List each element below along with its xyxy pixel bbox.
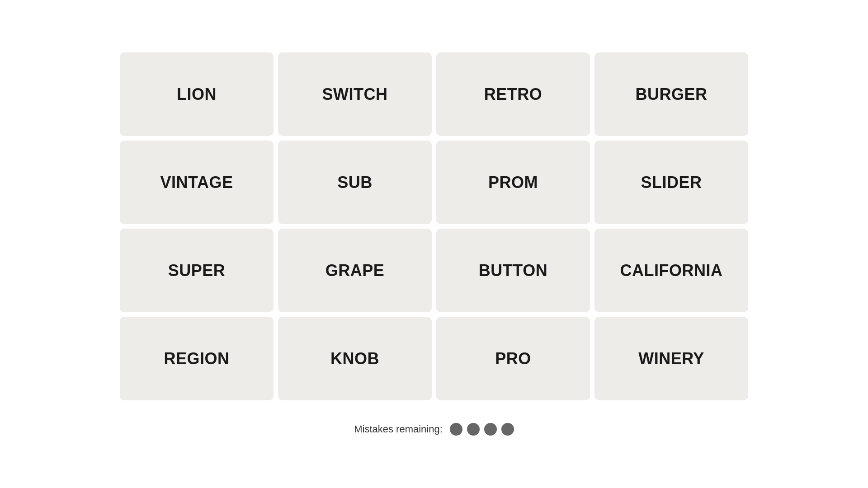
cell-label-slider: SLIDER (641, 173, 702, 192)
grid-cell-winery[interactable]: WINERY (594, 317, 748, 400)
grid-cell-button[interactable]: BUTTON (436, 229, 590, 312)
cell-label-prom: PROM (488, 173, 538, 192)
cell-label-sub: SUB (337, 173, 373, 192)
mistakes-label: Mistakes remaining: (354, 423, 443, 435)
grid-cell-grape[interactable]: GRAPE (278, 229, 432, 312)
mistake-dot-3 (484, 423, 497, 436)
grid-cell-prom[interactable]: PROM (436, 141, 590, 224)
grid-cell-slider[interactable]: SLIDER (594, 141, 748, 224)
mistake-dot-4 (501, 423, 514, 436)
grid-cell-vintage[interactable]: VINTAGE (120, 141, 274, 224)
footer: Mistakes remaining: (354, 423, 514, 436)
cell-label-winery: WINERY (638, 349, 704, 368)
cell-label-super: SUPER (168, 261, 226, 280)
mistake-dot-1 (450, 423, 462, 436)
mistakes-dots (450, 423, 514, 436)
grid-cell-pro[interactable]: PRO (436, 317, 590, 400)
cell-label-vintage: VINTAGE (160, 173, 233, 192)
grid-cell-knob[interactable]: KNOB (278, 317, 432, 400)
cell-label-grape: GRAPE (326, 261, 385, 280)
cell-label-knob: KNOB (330, 349, 379, 368)
cell-label-lion: LION (177, 85, 217, 104)
cell-label-burger: BURGER (635, 85, 707, 104)
grid-cell-california[interactable]: CALIFORNIA (594, 229, 748, 312)
cell-label-region: REGION (164, 349, 229, 368)
cell-label-button: BUTTON (479, 261, 547, 280)
grid-cell-lion[interactable]: LION (120, 52, 274, 136)
cell-label-retro: RETRO (484, 85, 542, 104)
cell-label-switch: SWITCH (322, 85, 388, 104)
grid-cell-super[interactable]: SUPER (120, 229, 274, 312)
grid-cell-burger[interactable]: BURGER (594, 52, 748, 136)
grid-cell-region[interactable]: REGION (120, 317, 274, 400)
grid-cell-sub[interactable]: SUB (278, 141, 432, 224)
grid-cell-retro[interactable]: RETRO (436, 52, 590, 136)
mistake-dot-2 (467, 423, 480, 436)
grid-cell-switch[interactable]: SWITCH (278, 52, 432, 136)
cell-label-california: CALIFORNIA (620, 261, 723, 280)
cell-label-pro: PRO (495, 349, 531, 368)
word-grid: LIONSWITCHRETROBURGERVINTAGESUBPROMSLIDE… (120, 52, 748, 400)
